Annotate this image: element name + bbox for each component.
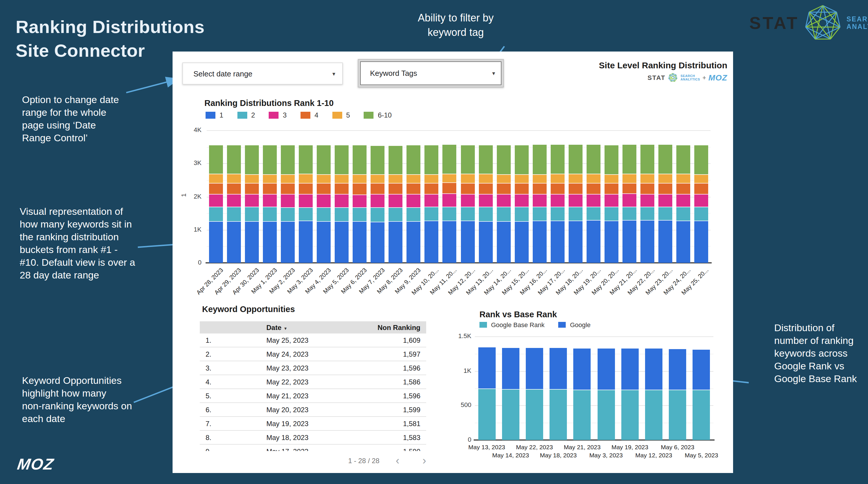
segment-3 xyxy=(551,194,565,207)
segment-5 xyxy=(515,174,529,183)
stacked-bar-May 8, 2023[interactable] xyxy=(389,146,403,263)
stacked-bar-May 1, 2023[interactable] xyxy=(263,146,277,263)
segment-1 xyxy=(281,221,295,263)
table-row[interactable]: 9.May 17, 20231,590 xyxy=(200,445,426,451)
segment-2 xyxy=(263,207,277,221)
annotation-line: buckets from rank #1 - xyxy=(20,244,135,256)
stacked-bar-May 22, 20...[interactable] xyxy=(641,144,655,263)
segment-3 xyxy=(659,194,673,207)
table-row[interactable]: 3.May 23, 20231,596 xyxy=(200,361,426,375)
row-date: May 25, 2023 xyxy=(267,336,308,344)
stacked-bar-May 5, 2023[interactable] xyxy=(335,145,349,263)
moz-logo: MOZ xyxy=(16,456,55,474)
segment-6-10 xyxy=(533,145,547,174)
segment-2 xyxy=(622,207,637,220)
stacked-bar-May 11, 20...[interactable] xyxy=(443,145,457,263)
segment-Google xyxy=(621,349,639,389)
segment-5 xyxy=(604,174,618,183)
segment-2 xyxy=(317,207,331,221)
table-row[interactable]: 8.May 18, 20231,583 xyxy=(200,431,426,445)
table-row[interactable]: 2.May 24, 20231,597 xyxy=(200,347,426,361)
row-date: May 22, 2023 xyxy=(267,378,308,386)
stacked-bar-May 14, 2023[interactable] xyxy=(502,348,519,440)
row-non-ranking-value: 1,599 xyxy=(308,406,426,414)
stacked-bar-May 5, 2023[interactable] xyxy=(693,350,710,440)
segment-4 xyxy=(497,183,510,194)
segment-1 xyxy=(551,221,565,263)
stacked-bar-May 3, 2023[interactable] xyxy=(597,349,615,440)
column-header-date[interactable]: Date▾ xyxy=(267,323,287,331)
stacked-bar-May 18, 2023[interactable] xyxy=(550,348,567,440)
segment-3 xyxy=(371,194,384,207)
stacked-bar-May 19, 2023[interactable] xyxy=(621,349,639,440)
ranking-chart-title: Ranking Distributions Rank 1-10 xyxy=(205,98,334,108)
segment-3 xyxy=(245,194,258,207)
dashboard-header: Site Level Ranking Distribution STAT SEA… xyxy=(599,60,727,83)
keyword-tags-control[interactable]: Keyword Tags ▾ xyxy=(358,59,504,88)
stacked-bar-May 15, 20...[interactable] xyxy=(515,145,529,263)
stacked-bar-May 3, 2023[interactable] xyxy=(299,145,313,263)
legend-item-6-10: 6-10 xyxy=(364,111,392,119)
stacked-bar-Apr 28, 2023[interactable] xyxy=(209,145,223,263)
stacked-bar-May 7, 2023[interactable] xyxy=(371,146,384,263)
stacked-bar-May 12, 2023[interactable] xyxy=(645,349,662,440)
segment-6-10 xyxy=(227,145,241,174)
table-body: 1.May 25, 20231,6092.May 24, 20231,5973.… xyxy=(200,333,426,451)
row-non-ranking-value: 1,590 xyxy=(308,447,426,451)
legend-label: 2 xyxy=(251,111,255,119)
stacked-bar-Apr 29, 2023[interactable] xyxy=(227,145,241,263)
stacked-bar-May 4, 2023[interactable] xyxy=(317,145,331,263)
segment-2 xyxy=(533,207,547,221)
segment-2 xyxy=(497,207,510,221)
stacked-bar-May 21, 20...[interactable] xyxy=(622,145,637,263)
stacked-bar-May 2, 2023[interactable] xyxy=(281,145,295,263)
stacked-bar-May 25, 20...[interactable] xyxy=(694,145,709,263)
stacked-bar-May 23, 20...[interactable] xyxy=(659,145,673,263)
stacked-bar-May 13, 20...[interactable] xyxy=(478,145,493,263)
segment-2 xyxy=(281,207,295,221)
stacked-bar-May 14, 20...[interactable] xyxy=(497,145,510,263)
next-page-icon[interactable]: › xyxy=(423,456,426,465)
segment-2 xyxy=(371,207,384,221)
table-row[interactable]: 7.May 19, 20231,581 xyxy=(200,417,426,431)
table-row[interactable]: 5.May 21, 20231,596 xyxy=(200,389,426,403)
stacked-bar-May 19, 20...[interactable] xyxy=(587,145,600,263)
segment-Google Base Rank xyxy=(574,389,591,440)
segment-4 xyxy=(443,183,457,194)
stacked-bar-May 6, 2023[interactable] xyxy=(353,145,367,263)
stacked-bar-May 9, 2023[interactable] xyxy=(407,146,421,263)
stacked-bar-May 24, 20...[interactable] xyxy=(677,145,690,263)
row-index: 1. xyxy=(200,336,267,344)
segment-1 xyxy=(299,221,313,263)
y-tick-label: 0 xyxy=(445,436,471,443)
stacked-bar-Apr 30, 2023[interactable] xyxy=(245,145,258,263)
stacked-bar-May 18, 20...[interactable] xyxy=(569,144,583,263)
segment-1 xyxy=(227,221,241,263)
segment-3 xyxy=(515,194,529,207)
row-non-ranking-value: 1,583 xyxy=(308,433,426,442)
segment-5 xyxy=(587,174,600,183)
segment-Google Base Rank xyxy=(526,389,543,440)
stacked-bar-May 17, 20...[interactable] xyxy=(551,145,565,263)
segment-1 xyxy=(407,221,421,263)
stacked-bar-May 20, 20...[interactable] xyxy=(604,145,618,263)
stacked-bar-May 13, 2023[interactable] xyxy=(478,347,495,440)
stacked-bar-May 16, 20...[interactable] xyxy=(533,145,547,263)
dashboard-panel: Select date range ▾ Keyword Tags ▾ Site … xyxy=(173,52,733,473)
segment-2 xyxy=(551,207,565,221)
rank-chart-title: Rank vs Base Rank xyxy=(479,310,557,319)
stacked-bar-May 6, 2023[interactable] xyxy=(669,349,686,440)
annotation-line: Option to change date xyxy=(22,94,119,106)
segment-3 xyxy=(622,194,637,207)
table-row[interactable]: 1.May 25, 20231,609 xyxy=(200,333,426,347)
table-row[interactable]: 6.May 20, 20231,599 xyxy=(200,403,426,417)
stacked-bar-May 21, 2023[interactable] xyxy=(574,349,591,440)
date-range-control[interactable]: Select date range ▾ xyxy=(182,63,343,85)
stacked-bar-May 22, 2023[interactable] xyxy=(526,348,543,440)
legend-swatch xyxy=(332,112,342,119)
previous-page-icon[interactable]: ‹ xyxy=(396,456,400,465)
segment-6-10 xyxy=(587,145,600,174)
stacked-bar-May 12, 20...[interactable] xyxy=(461,145,474,263)
stacked-bar-May 10, 20...[interactable] xyxy=(425,145,439,263)
table-row[interactable]: 4.May 22, 20231,586 xyxy=(200,375,426,389)
